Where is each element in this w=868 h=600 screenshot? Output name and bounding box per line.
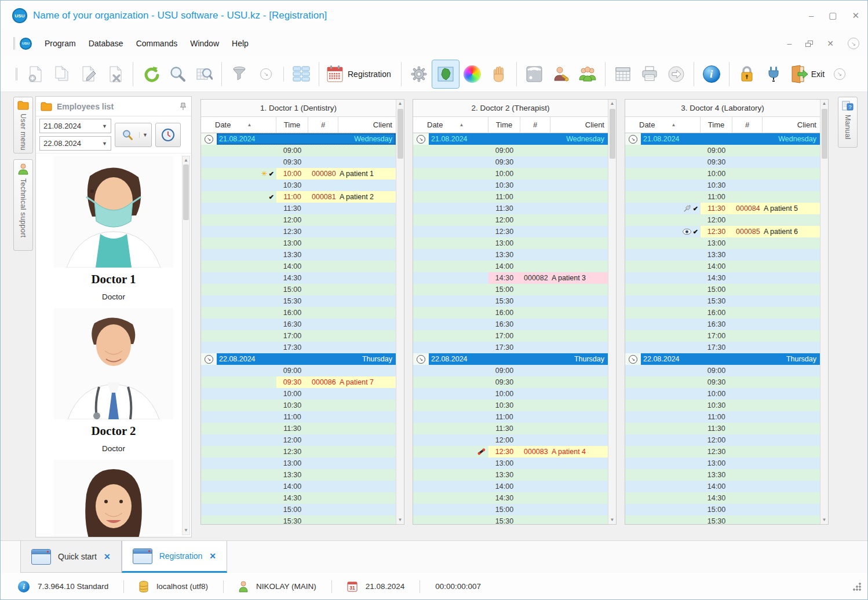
- employees-scrollbar[interactable]: ▲ ▼: [182, 156, 190, 535]
- time-slot-row[interactable]: 09:00: [625, 365, 820, 376]
- time-slot-row[interactable]: 13:30: [625, 469, 820, 481]
- menu-window[interactable]: Window: [190, 39, 219, 48]
- group-collapse-icon[interactable]: ↘: [417, 355, 425, 364]
- time-slot-row[interactable]: 14:00: [625, 481, 820, 492]
- column-header-time[interactable]: Time: [701, 117, 732, 133]
- time-slot-row[interactable]: 13:30: [201, 469, 396, 481]
- time-slot-row[interactable]: 09:30: [413, 156, 608, 168]
- time-slot-row[interactable]: 17:00: [413, 330, 608, 342]
- time-slot-row[interactable]: 11:30: [201, 423, 396, 434]
- time-slot-row[interactable]: 09:00: [413, 365, 608, 376]
- time-slot-row[interactable]: 15:30: [625, 515, 820, 524]
- time-slot-row[interactable]: 09:00: [201, 365, 396, 376]
- print-button[interactable]: [636, 60, 663, 88]
- time-slot-row[interactable]: 14:00: [413, 481, 608, 492]
- time-slot-row[interactable]: 15:00: [201, 504, 396, 515]
- scroll-down-icon[interactable]: ▼: [610, 516, 615, 524]
- date-to-combobox[interactable]: 22.08.2024▼: [39, 136, 111, 151]
- filter-button[interactable]: [226, 60, 253, 88]
- child-close-button[interactable]: ✕: [827, 39, 834, 48]
- child-minimize-button[interactable]: –: [787, 39, 792, 48]
- lock-button[interactable]: [734, 60, 760, 88]
- column-header-date[interactable]: Date▲: [625, 117, 701, 133]
- toolbar-overflow-icon[interactable]: ↘: [834, 68, 845, 80]
- employee-photo[interactable]: [54, 460, 173, 537]
- column-header-time[interactable]: Time: [276, 117, 308, 133]
- colors-button[interactable]: [459, 60, 486, 88]
- appointment-row[interactable]: 09:30000086A patient 7: [201, 376, 396, 388]
- time-slot-row[interactable]: 14:00: [201, 481, 396, 492]
- time-slot-row[interactable]: 10:00: [625, 168, 820, 180]
- table-button[interactable]: [610, 60, 636, 88]
- time-slot-row[interactable]: 15:00: [625, 284, 820, 295]
- copy-record-button[interactable]: [49, 60, 75, 88]
- time-slot-row[interactable]: 10:30: [201, 180, 396, 191]
- cells-view-button[interactable]: [288, 60, 315, 88]
- scroll-thumb[interactable]: [822, 109, 827, 159]
- time-slot-row[interactable]: 15:00: [201, 284, 396, 295]
- time-slot-row[interactable]: 17:30: [625, 342, 820, 353]
- time-slot-row[interactable]: 14:30: [201, 492, 396, 504]
- time-slot-row[interactable]: 15:30: [413, 515, 608, 524]
- time-slot-row[interactable]: 13:00: [413, 237, 608, 249]
- schedule-scrollbar[interactable]: ▲▼: [820, 100, 828, 524]
- menu-commands[interactable]: Commands: [136, 39, 178, 48]
- time-slot-row[interactable]: 11:30: [201, 203, 396, 214]
- edit-record-button[interactable]: [75, 60, 102, 88]
- appointment-row[interactable]: 14:30000082A patient 3: [413, 272, 608, 284]
- time-slot-row[interactable]: 12:00: [413, 214, 608, 226]
- appointment-row[interactable]: ✳✔10:00000080A patient 1: [201, 168, 396, 180]
- schedule-scrollbar[interactable]: ▲▼: [396, 100, 404, 524]
- time-slot-row[interactable]: 16:30: [413, 319, 608, 330]
- employee-search-button[interactable]: ▼: [115, 123, 152, 147]
- collapse-arrow-button[interactable]: ↘: [253, 60, 279, 88]
- time-slot-row[interactable]: 13:30: [413, 249, 608, 261]
- group-collapse-icon[interactable]: ↘: [205, 355, 213, 364]
- rss-button[interactable]: [521, 60, 548, 88]
- time-slot-row[interactable]: 10:00: [413, 388, 608, 400]
- registration-button[interactable]: [323, 60, 347, 88]
- time-slot-row[interactable]: 11:00: [625, 411, 820, 423]
- day-group-row[interactable]: ↘22.08.2024Thursday: [625, 353, 820, 365]
- time-slot-row[interactable]: 12:00: [413, 434, 608, 446]
- time-slot-row[interactable]: 12:00: [625, 434, 820, 446]
- time-slot-row[interactable]: 10:00: [201, 388, 396, 400]
- time-slot-row[interactable]: 15:30: [201, 295, 396, 307]
- time-slot-row[interactable]: 09:30: [625, 376, 820, 388]
- users-group-button[interactable]: [574, 60, 601, 88]
- column-header-number[interactable]: #: [732, 117, 763, 133]
- day-group-row[interactable]: ↘21.08.2024Wednesday: [625, 133, 820, 145]
- day-group-row[interactable]: ↘22.08.2024Thursday: [201, 353, 396, 365]
- tab-quick-start[interactable]: Quick start ✕: [20, 541, 122, 573]
- next-button[interactable]: [663, 60, 690, 88]
- time-slot-row[interactable]: 12:00: [201, 214, 396, 226]
- time-slot-row[interactable]: 14:00: [625, 261, 820, 272]
- time-slot-row[interactable]: 13:00: [625, 458, 820, 469]
- employee-photo[interactable]: [54, 308, 173, 419]
- time-slot-row[interactable]: 17:30: [413, 342, 608, 353]
- time-slot-row[interactable]: 15:30: [625, 295, 820, 307]
- time-slot-row[interactable]: 10:30: [625, 400, 820, 411]
- scroll-up-icon[interactable]: ▲: [822, 100, 827, 108]
- search-button[interactable]: [164, 60, 191, 88]
- time-slot-row[interactable]: 12:30: [625, 446, 820, 458]
- new-record-button[interactable]: [22, 60, 49, 88]
- time-slot-row[interactable]: 16:00: [625, 307, 820, 319]
- delete-record-button[interactable]: [102, 60, 129, 88]
- user-key-button[interactable]: [548, 60, 574, 88]
- time-slot-row[interactable]: 13:00: [201, 237, 396, 249]
- time-slot-row[interactable]: 11:30: [413, 203, 608, 214]
- time-slot-row[interactable]: 13:30: [413, 469, 608, 481]
- appointment-row[interactable]: ✔11:30000084A patient 5: [625, 203, 820, 214]
- column-header-client[interactable]: Client: [763, 117, 820, 133]
- hand-button[interactable]: [486, 60, 512, 88]
- plug-button[interactable]: [760, 60, 787, 88]
- scroll-down-icon[interactable]: ▼: [398, 516, 403, 524]
- time-slot-row[interactable]: 15:00: [413, 504, 608, 515]
- time-slot-row[interactable]: 13:00: [201, 458, 396, 469]
- scroll-thumb[interactable]: [183, 164, 189, 220]
- tab-registration[interactable]: Registration ✕: [122, 541, 227, 573]
- column-header-client[interactable]: Client: [338, 117, 396, 133]
- time-slot-row[interactable]: 10:00: [625, 388, 820, 400]
- time-slot-row[interactable]: 13:30: [201, 249, 396, 261]
